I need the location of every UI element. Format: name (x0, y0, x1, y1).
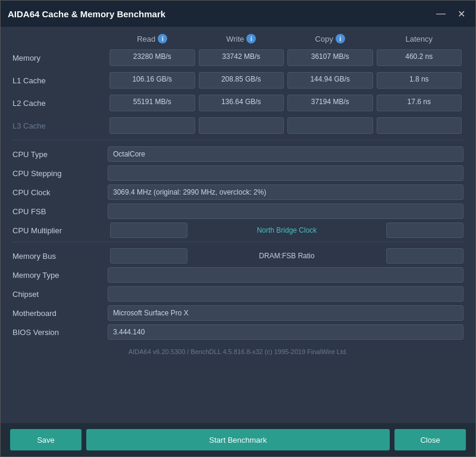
memory-bus-row: Memory Bus DRAM:FSB Ratio (12, 248, 464, 264)
dram-fsb-value (386, 248, 464, 264)
l3cache-copy-value (287, 117, 373, 134)
cpu-stepping-value (108, 165, 464, 181)
window-controls: — ✕ (434, 7, 468, 21)
l3cache-label: L3 Cache (12, 121, 108, 130)
chipset-row: Chipset (12, 286, 464, 302)
bios-row: BIOS Version 3.444.140 (12, 324, 464, 340)
l3cache-latency-value (377, 117, 462, 134)
close-button[interactable]: ✕ (454, 7, 468, 21)
memory-type-label: Memory Type (12, 271, 108, 280)
chipset-label: Chipset (12, 290, 108, 299)
motherboard-row: Motherboard Microsoft Surface Pro X (12, 305, 464, 321)
motherboard-value: Microsoft Surface Pro X (108, 305, 464, 321)
read-info-icon[interactable]: i (158, 34, 167, 43)
l2cache-latency-value: 17.6 ns (377, 95, 462, 111)
copy-info-icon[interactable]: i (336, 34, 345, 43)
l2cache-copy-value: 37194 MB/s (287, 95, 373, 111)
cpu-fsb-label: CPU FSB (12, 207, 108, 216)
memory-label: Memory (12, 54, 108, 62)
l2cache-write-value: 136.64 GB/s (199, 95, 284, 111)
start-benchmark-button[interactable]: Start Benchmark (86, 429, 390, 450)
memory-latency-value: 460.2 ns (377, 49, 462, 66)
save-button[interactable]: Save (10, 429, 82, 450)
l2cache-read-value: 55191 MB/s (109, 95, 195, 111)
memory-copy-value: 36107 MB/s (287, 49, 373, 66)
title-bar: AIDA64 Cache & Memory Benchmark — ✕ (1, 1, 475, 27)
cpu-multiplier-label: CPU Multiplier (12, 226, 108, 235)
read-column-header: Read i (108, 34, 197, 43)
memory-type-row: Memory Type (12, 267, 464, 283)
cpu-stepping-label: CPU Stepping (12, 169, 108, 178)
l3cache-read-value (109, 117, 195, 134)
memory-row: Memory 23280 MB/s 33742 MB/s 36107 MB/s … (12, 49, 464, 66)
cpu-type-label: CPU Type (12, 150, 108, 159)
cpu-fsb-row: CPU FSB (12, 204, 464, 219)
l3cache-write-value (199, 117, 284, 134)
l3cache-row: L3 Cache (12, 117, 464, 134)
memory-bus-value (110, 248, 187, 264)
dram-fsb-label: DRAM:FSB Ratio (190, 252, 384, 260)
write-column-header: Write i (197, 34, 286, 43)
memory-read-value: 23280 MB/s (109, 49, 195, 66)
motherboard-label: Motherboard (12, 309, 108, 318)
write-info-icon[interactable]: i (246, 34, 256, 43)
content-area: Read i Write i Copy i Latency Memory 232… (1, 27, 475, 423)
cpu-type-row: CPU Type OctalCore (12, 146, 464, 162)
cpu-clock-row: CPU Clock 3069.4 MHz (original: 2990 MHz… (12, 184, 464, 200)
minimize-button[interactable]: — (434, 7, 448, 21)
latency-column-header: Latency (375, 35, 464, 43)
bios-value: 3.444.140 (108, 324, 464, 340)
l1cache-copy-value: 144.94 GB/s (287, 72, 373, 89)
l2cache-row: L2 Cache 55191 MB/s 136.64 GB/s 37194 MB… (12, 95, 464, 111)
cpu-multiplier-value (110, 223, 187, 238)
close-button[interactable]: Close (394, 429, 466, 450)
l2cache-label: L2 Cache (12, 99, 108, 108)
footer-text: AIDA64 v6.20.5300 / BenchDLL 4.5.816.8-x… (12, 343, 464, 358)
cpu-multiplier-row: CPU Multiplier North Bridge Clock (12, 223, 464, 238)
copy-column-header: Copy i (286, 34, 375, 43)
bottom-bar: Save Start Benchmark Close (1, 423, 475, 456)
window-title: AIDA64 Cache & Memory Benchmark (8, 9, 165, 19)
memory-bus-label: Memory Bus (12, 252, 108, 261)
north-bridge-label: North Bridge Clock (190, 226, 384, 234)
cpu-type-value: OctalCore (108, 146, 464, 162)
main-window: AIDA64 Cache & Memory Benchmark — ✕ Read… (0, 0, 476, 457)
memory-write-value: 33742 MB/s (199, 49, 284, 66)
bios-label: BIOS Version (12, 328, 108, 337)
cpu-clock-value: 3069.4 MHz (original: 2990 MHz, overcloc… (108, 184, 464, 200)
l1cache-latency-value: 1.8 ns (377, 72, 462, 89)
l1cache-row: L1 Cache 106.16 GB/s 208.85 GB/s 144.94 … (12, 72, 464, 89)
north-bridge-value (386, 223, 464, 238)
l1cache-read-value: 106.16 GB/s (109, 72, 195, 89)
cpu-stepping-row: CPU Stepping (12, 165, 464, 181)
chipset-value (108, 286, 464, 302)
cpu-clock-label: CPU Clock (12, 188, 108, 197)
l1cache-write-value: 208.85 GB/s (199, 72, 284, 89)
l1cache-label: L1 Cache (12, 76, 108, 85)
column-headers: Read i Write i Copy i Latency (12, 34, 464, 46)
memory-type-value (108, 267, 464, 283)
cpu-fsb-value (108, 204, 464, 219)
